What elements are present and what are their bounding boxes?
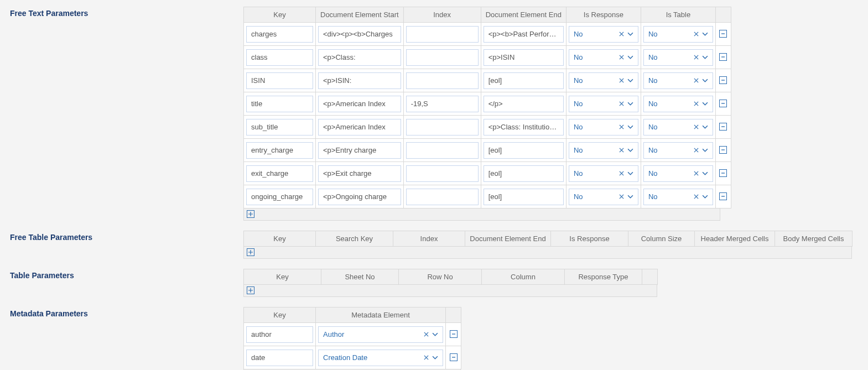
clear-icon[interactable] (619, 32, 624, 37)
clear-icon[interactable] (694, 101, 699, 106)
chevron-down-icon[interactable] (432, 332, 438, 336)
clear-icon[interactable] (424, 355, 429, 360)
is-response-select[interactable]: No (569, 142, 638, 159)
chevron-down-icon[interactable] (627, 55, 633, 59)
is-table-select[interactable]: No (643, 165, 713, 182)
doc-end-input[interactable] (484, 119, 564, 136)
minus-icon[interactable] (719, 76, 727, 84)
index-input[interactable] (406, 142, 479, 159)
chevron-down-icon[interactable] (627, 148, 633, 152)
key-input[interactable] (246, 326, 313, 343)
key-input[interactable] (246, 189, 313, 205)
minus-icon[interactable] (719, 192, 727, 200)
index-input[interactable] (406, 26, 479, 43)
chevron-down-icon[interactable] (702, 102, 708, 106)
clear-icon[interactable] (694, 55, 699, 60)
doc-start-input[interactable] (318, 119, 401, 136)
plus-icon[interactable] (247, 286, 254, 294)
key-input[interactable] (246, 96, 313, 112)
plus-icon[interactable] (247, 248, 254, 256)
is-table-select[interactable]: No (643, 189, 713, 205)
is-response-select[interactable]: No (569, 96, 638, 112)
is-response-select[interactable]: No (569, 165, 638, 182)
clear-icon[interactable] (619, 194, 624, 199)
doc-start-input[interactable] (318, 96, 401, 112)
doc-end-input[interactable] (484, 165, 564, 182)
clear-icon[interactable] (619, 78, 624, 83)
doc-end-input[interactable] (484, 96, 564, 112)
chevron-down-icon[interactable] (702, 125, 708, 129)
doc-end-input[interactable] (484, 189, 564, 205)
chevron-down-icon[interactable] (627, 79, 633, 82)
is-response-select[interactable]: No (569, 119, 638, 136)
is-table-select[interactable]: No (643, 119, 713, 136)
index-input[interactable] (406, 72, 479, 89)
is-table-select[interactable]: No (643, 72, 713, 89)
chevron-down-icon[interactable] (627, 171, 633, 175)
clear-icon[interactable] (424, 332, 429, 337)
key-input[interactable] (246, 165, 313, 182)
is-response-select[interactable]: No (569, 189, 638, 205)
chevron-down-icon[interactable] (702, 32, 708, 36)
index-input[interactable] (406, 96, 479, 112)
is-table-select[interactable]: No (643, 26, 713, 43)
key-input[interactable] (246, 142, 313, 159)
is-table-select[interactable]: No (643, 96, 713, 112)
minus-icon[interactable] (719, 169, 727, 177)
index-input[interactable] (406, 165, 479, 182)
chevron-down-icon[interactable] (702, 55, 708, 59)
minus-icon[interactable] (719, 146, 727, 154)
clear-icon[interactable] (619, 124, 624, 129)
clear-icon[interactable] (694, 194, 699, 199)
chevron-down-icon[interactable] (627, 195, 633, 199)
clear-icon[interactable] (694, 171, 699, 176)
clear-icon[interactable] (694, 148, 699, 153)
is-response-select[interactable]: No (569, 49, 638, 66)
doc-end-input[interactable] (484, 142, 564, 159)
is-table-select[interactable]: No (643, 49, 713, 66)
clear-icon[interactable] (694, 32, 699, 37)
minus-icon[interactable] (450, 330, 458, 338)
doc-start-input[interactable] (318, 72, 401, 89)
chevron-down-icon[interactable] (702, 79, 708, 82)
clear-icon[interactable] (619, 101, 624, 106)
key-input[interactable] (246, 26, 313, 43)
minus-icon[interactable] (719, 123, 727, 131)
minus-icon[interactable] (719, 53, 727, 61)
is-table-select[interactable]: No (643, 142, 713, 159)
metadata-element-select[interactable]: Creation Date (318, 350, 443, 366)
doc-start-input[interactable] (318, 26, 401, 43)
chevron-down-icon[interactable] (702, 195, 708, 199)
key-input[interactable] (246, 119, 313, 136)
key-input[interactable] (246, 49, 313, 66)
chevron-down-icon[interactable] (627, 102, 633, 106)
doc-start-input[interactable] (318, 189, 401, 205)
doc-end-input[interactable] (484, 72, 564, 89)
minus-icon[interactable] (450, 353, 458, 361)
doc-start-input[interactable] (318, 142, 401, 159)
clear-icon[interactable] (619, 171, 624, 176)
index-input[interactable] (406, 119, 479, 136)
clear-icon[interactable] (694, 124, 699, 129)
metadata-element-select[interactable]: Author (318, 326, 443, 343)
is-response-select[interactable]: No (569, 72, 638, 89)
chevron-down-icon[interactable] (432, 356, 438, 359)
doc-start-input[interactable] (318, 165, 401, 182)
doc-start-input[interactable] (318, 49, 401, 66)
chevron-down-icon[interactable] (702, 171, 708, 175)
index-input[interactable] (406, 49, 479, 66)
is-response-select[interactable]: No (569, 26, 638, 43)
chevron-down-icon[interactable] (627, 125, 633, 129)
clear-icon[interactable] (619, 55, 624, 60)
doc-end-input[interactable] (484, 49, 564, 66)
index-input[interactable] (406, 189, 479, 205)
minus-icon[interactable] (719, 30, 727, 38)
plus-icon[interactable] (247, 210, 254, 218)
clear-icon[interactable] (619, 148, 624, 153)
key-input[interactable] (246, 72, 313, 89)
key-input[interactable] (246, 350, 313, 366)
chevron-down-icon[interactable] (627, 32, 633, 36)
chevron-down-icon[interactable] (702, 148, 708, 152)
minus-icon[interactable] (719, 100, 727, 107)
clear-icon[interactable] (694, 78, 699, 83)
